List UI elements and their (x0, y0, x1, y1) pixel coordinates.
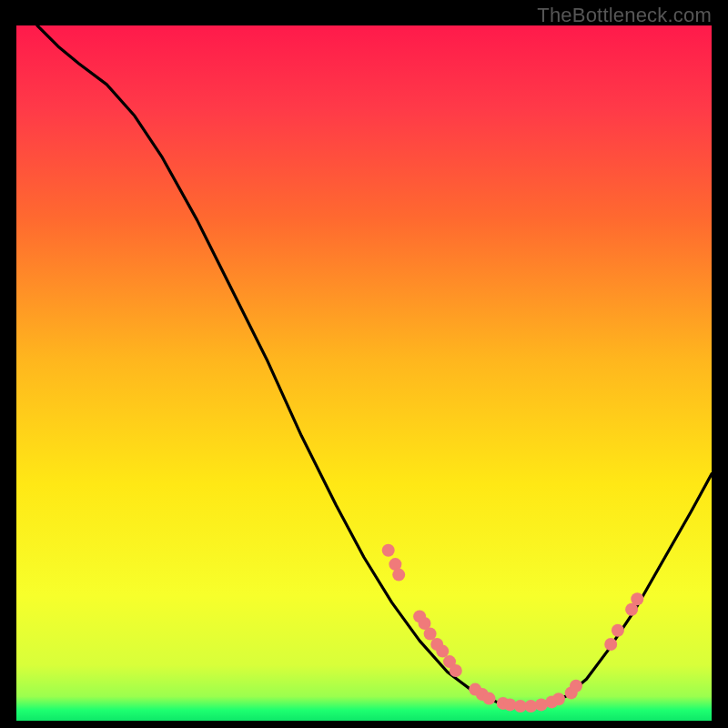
data-point (604, 638, 617, 651)
data-point (450, 664, 462, 677)
data-point (631, 592, 643, 605)
data-point (552, 693, 565, 705)
data-point (382, 544, 395, 557)
chart-frame (16, 25, 712, 721)
data-point (424, 628, 437, 641)
gradient-background (16, 25, 712, 721)
watermark-text: TheBottleneck.com (537, 4, 712, 27)
data-point (392, 569, 405, 581)
data-point (612, 624, 624, 637)
data-point (436, 645, 449, 658)
data-point (483, 693, 496, 705)
data-point (570, 680, 582, 693)
chart-svg (16, 25, 712, 721)
